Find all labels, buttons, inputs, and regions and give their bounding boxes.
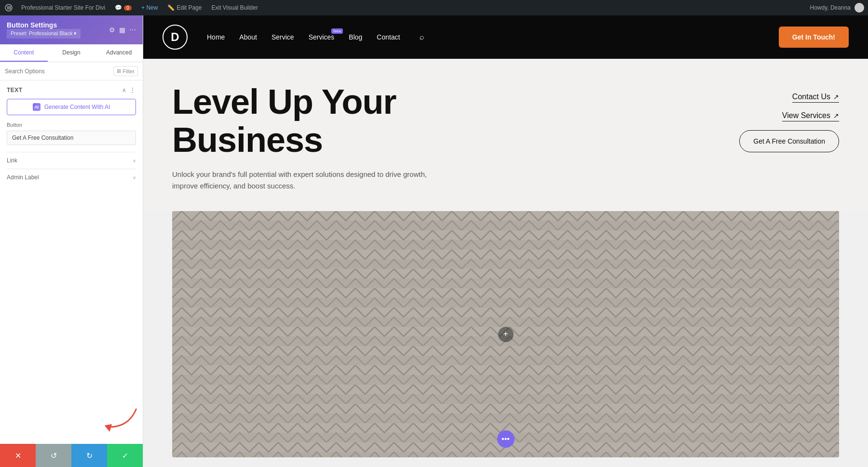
panel-tabs: Content Design Advanced	[0, 44, 143, 62]
contact-us-link[interactable]: Contact Us ↗	[792, 93, 839, 103]
text-section-toggle: ∧ ⋮	[122, 86, 136, 94]
panel-header-icons: ⚙ ▦ ⋯	[109, 26, 136, 34]
left-panel: Button Settings Preset: Professional Bla…	[0, 15, 143, 467]
filter-icon: ⊞	[117, 68, 121, 74]
hero-right: Contact Us ↗ View Services ↗ Get A Free …	[714, 83, 839, 152]
contact-arrow-icon: ↗	[833, 93, 839, 101]
filter-button[interactable]: ⊞ Filter	[113, 66, 138, 76]
svg-text:W: W	[7, 5, 12, 11]
site-logo[interactable]: D	[163, 25, 188, 50]
new-badge: New	[331, 28, 343, 34]
services-arrow-icon: ↗	[833, 112, 839, 120]
search-input[interactable]	[5, 68, 109, 75]
admin-bar: W Professional Starter Site For Divi 💬 0…	[0, 0, 868, 15]
hero-title: Level Up Your Business	[172, 83, 442, 159]
admin-label-section-label: Admin Label	[7, 174, 39, 181]
bottom-bar: ✕ ↺ ↻ ✓	[0, 444, 143, 467]
building-image-area: + •••	[172, 211, 839, 457]
nav-blog[interactable]: Blog	[349, 33, 362, 41]
redo-button[interactable]: ↻	[71, 444, 107, 467]
panel-header: Button Settings Preset: Professional Bla…	[0, 15, 143, 44]
avatar	[854, 3, 864, 13]
panel-grid-icon[interactable]: ▦	[119, 26, 125, 34]
admin-label-section-header[interactable]: Admin Label ∨	[7, 174, 136, 181]
tab-content[interactable]: Content	[0, 44, 48, 62]
button-text-input[interactable]	[7, 131, 136, 145]
howdy-text: Howdy, Deanna	[810, 4, 851, 11]
panel-title: Button Settings	[7, 21, 81, 29]
exit-builder-link[interactable]: Exit Visual Builder	[209, 0, 260, 15]
panel-search-bar: ⊞ Filter	[0, 62, 143, 80]
button-field-label: Button	[7, 122, 136, 128]
panel-header-content: Button Settings Preset: Professional Bla…	[7, 21, 81, 39]
consultation-button[interactable]: Get A Free Consultation	[739, 130, 839, 152]
link-section-label: Link	[7, 157, 17, 164]
hero-left: Level Up Your Business Unlock your brand…	[172, 83, 442, 192]
admin-label-section: Admin Label ∨	[7, 169, 136, 186]
admin-bar-right: Howdy, Deanna	[810, 3, 865, 13]
admin-label-chevron-icon: ∨	[133, 175, 136, 180]
site-header: D Home About Service Services New Blog	[143, 15, 868, 59]
link-section: Link ∨	[7, 152, 136, 169]
cancel-button[interactable]: ✕	[0, 444, 36, 467]
ai-generate-button[interactable]: AI Generate Content With AI	[7, 99, 136, 115]
panel-preset[interactable]: Preset: Professional Black ▾	[7, 29, 81, 39]
panel-settings-icon[interactable]: ⚙	[109, 26, 115, 34]
nav-home[interactable]: Home	[207, 33, 225, 41]
hero-section: Level Up Your Business Unlock your brand…	[143, 59, 868, 211]
site-name-link[interactable]: Professional Starter Site For Divi	[19, 0, 107, 15]
arrow-indicator	[106, 398, 135, 438]
undo-button[interactable]: ↺	[36, 444, 71, 467]
main-layout: Button Settings Preset: Professional Bla…	[0, 15, 868, 467]
get-in-touch-button[interactable]: Get In Touch!	[779, 27, 849, 48]
edit-page-link[interactable]: ✏️ Edit Page	[165, 0, 203, 15]
save-button[interactable]: ✓	[107, 444, 143, 467]
comments-icon: 💬	[115, 4, 122, 11]
site-nav: Home About Service Services New Blog Con…	[207, 33, 779, 41]
panel-content: Text ∧ ⋮ AI Generate Content With AI But…	[0, 80, 143, 447]
module-options-button[interactable]: •••	[497, 430, 515, 448]
search-icon[interactable]: ⌕	[420, 33, 424, 41]
add-module-button[interactable]: +	[498, 327, 514, 342]
ai-icon: AI	[33, 103, 41, 111]
section-menu-icon[interactable]: ⋮	[129, 86, 136, 94]
hero-subtitle: Unlock your brand's full potential with …	[172, 169, 442, 192]
link-chevron-icon: ∨	[133, 158, 136, 163]
right-content: D Home About Service Services New Blog	[143, 15, 868, 467]
comments-link[interactable]: 💬 0	[113, 0, 134, 15]
comments-count: 0	[124, 5, 132, 11]
wp-logo[interactable]: W	[4, 3, 14, 13]
panel-more-icon[interactable]: ⋯	[129, 26, 136, 34]
view-services-link[interactable]: View Services ↗	[782, 111, 839, 121]
nav-services[interactable]: Services New	[309, 33, 335, 41]
edit-icon: ✏️	[167, 4, 175, 11]
chevron-up-icon[interactable]: ∧	[122, 87, 126, 93]
nav-contact[interactable]: Contact	[377, 33, 400, 41]
new-content-link[interactable]: + New	[139, 0, 160, 15]
nav-service[interactable]: Service	[271, 33, 294, 41]
tab-design[interactable]: Design	[48, 44, 95, 62]
text-section-title: Text	[7, 87, 23, 93]
tab-advanced[interactable]: Advanced	[95, 44, 143, 62]
link-section-header[interactable]: Link ∨	[7, 157, 136, 164]
text-section-header: Text ∧ ⋮	[7, 86, 136, 94]
nav-about[interactable]: About	[239, 33, 257, 41]
